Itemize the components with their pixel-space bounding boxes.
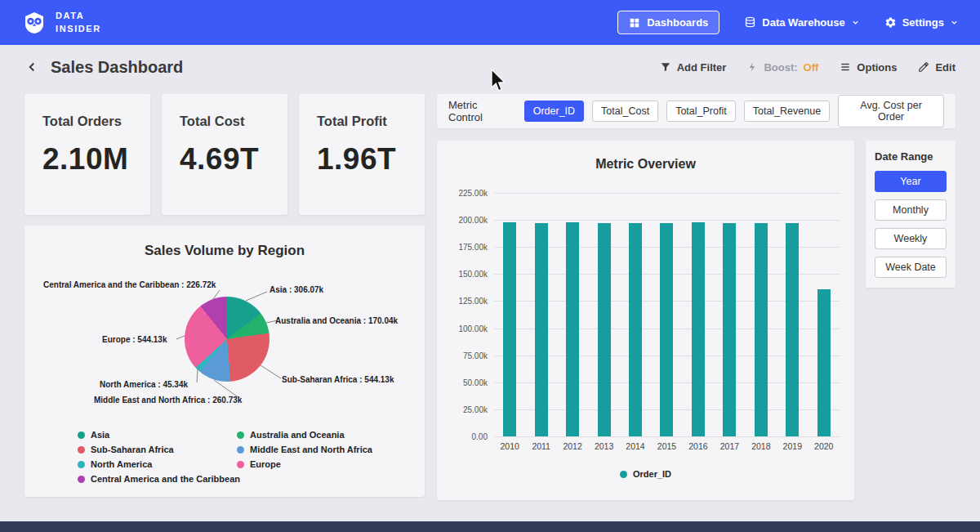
legend-dot xyxy=(237,461,244,468)
legend-dot xyxy=(237,431,244,439)
pie[interactable] xyxy=(185,297,270,382)
metric-control-bar: Metric Control Order_ID Total_Cost Total… xyxy=(437,94,956,128)
nav-dashboards-label: Dashboards xyxy=(647,16,708,29)
legend-item-australia-oceania[interactable]: Australia and Oceania xyxy=(237,430,372,440)
metric-chip-order-id[interactable]: Order_ID xyxy=(524,101,584,122)
options-button[interactable]: Options xyxy=(840,61,897,74)
y-axis-label: 150.00k xyxy=(458,270,488,279)
kpi-card-total-orders: Total Orders 2.10M xyxy=(24,94,150,215)
chart-row: Metric Overview 225.00k200.00k175.00k150… xyxy=(437,141,956,500)
legend-dot xyxy=(620,471,627,478)
add-filter-button[interactable]: Add Filter xyxy=(660,61,727,74)
legend-dot xyxy=(78,431,85,439)
pie-chart-area: Asia : 306.07k Australia and Oceania : 1… xyxy=(37,272,412,423)
owl-logo-icon xyxy=(21,10,47,36)
pie-legend-column-2: Australia and Oceania Middle East and No… xyxy=(237,430,372,484)
legend-item-mena[interactable]: Middle East and North Africa xyxy=(237,445,372,454)
boost-label: Boost: xyxy=(764,61,797,74)
plot-area xyxy=(494,193,840,436)
kpi-value: 2.10M xyxy=(42,142,132,177)
bar-2010[interactable] xyxy=(497,193,522,436)
legend-label: Europe xyxy=(250,459,281,469)
bar-2014[interactable] xyxy=(623,193,648,436)
legend-dot xyxy=(78,476,85,483)
pie-callout-central-america: Central America and the Caribbean : 226.… xyxy=(43,280,216,289)
metric-chip-avg-cost-per-order[interactable]: Avg. Cost per Order xyxy=(838,95,944,127)
legend-item-sub-saharan-africa[interactable]: Sub-Saharan Africa xyxy=(78,445,237,454)
pencil-icon xyxy=(918,61,929,73)
database-icon xyxy=(744,16,756,29)
nav-settings[interactable]: Settings xyxy=(884,16,959,29)
legend-dot xyxy=(78,446,85,454)
boost-lightning-icon xyxy=(747,61,758,73)
kpi-card-total-profit: Total Profit 1.96T xyxy=(299,94,425,215)
date-range-weekly-button[interactable]: Weekly xyxy=(875,228,947,249)
edit-button[interactable]: Edit xyxy=(918,61,956,74)
x-axis-label: 2012 xyxy=(560,441,585,451)
back-button[interactable] xyxy=(24,60,39,74)
pie-callout-mena: Middle East and North Africa : 260.73k xyxy=(94,396,242,405)
metric-chip-total-profit[interactable]: Total_Profit xyxy=(666,101,736,122)
bar-2011[interactable] xyxy=(529,193,554,436)
pie-callout-sub-saharan-africa: Sub-Saharan Africa : 544.13k xyxy=(282,375,394,384)
kpi-row: Total Orders 2.10M Total Cost 4.69T Tota… xyxy=(24,94,425,215)
date-range-monthly-button[interactable]: Monthly xyxy=(875,199,947,221)
legend-label: Asia xyxy=(91,430,109,440)
kpi-card-total-cost: Total Cost 4.69T xyxy=(162,94,287,215)
legend-item-europe[interactable]: Europe xyxy=(237,459,372,469)
bar-2013[interactable] xyxy=(592,193,617,436)
kpi-value: 4.69T xyxy=(180,142,270,177)
legend-item-central-america[interactable]: Central America and the Caribbean xyxy=(78,474,237,484)
boost-toggle[interactable]: Boost: Off xyxy=(747,61,818,74)
bar-2016[interactable] xyxy=(686,193,710,436)
bar-chart-legend[interactable]: Order_ID xyxy=(452,469,840,479)
x-axis-label: 2011 xyxy=(529,441,554,451)
bottom-bar xyxy=(0,521,980,532)
pie-chart-card: Sales Volume by Region Asia : 306.07k Au… xyxy=(24,226,425,497)
x-axis-label: 2013 xyxy=(592,441,617,451)
legend-dot xyxy=(78,461,85,468)
date-range-week-date-button[interactable]: Week Date xyxy=(875,257,947,278)
chevron-down-icon xyxy=(950,18,959,27)
boost-state: Off xyxy=(804,61,819,74)
dashboard-toolbar: Sales Dashboard Add Filter Boost: Off Op… xyxy=(0,45,980,89)
brand-line1: DATA xyxy=(56,10,101,22)
bar-plot xyxy=(494,193,840,436)
x-axis-label: 2020 xyxy=(812,441,836,451)
bar-chart-body: 225.00k200.00k175.00k150.00k125.00k100.0… xyxy=(452,193,840,436)
legend-item-north-america[interactable]: North America xyxy=(78,459,237,469)
metric-chip-total-cost[interactable]: Total_Cost xyxy=(592,101,658,122)
dashboards-grid-icon xyxy=(629,17,640,29)
kpi-label: Total Cost xyxy=(180,114,270,129)
legend-label: Central America and the Caribbean xyxy=(91,474,240,484)
left-column: Total Orders 2.10M Total Cost 4.69T Tota… xyxy=(24,94,425,500)
legend-label: North America xyxy=(91,459,152,469)
nav-data-warehouse[interactable]: Data Warehouse xyxy=(744,16,859,29)
bar-2018[interactable] xyxy=(749,193,773,436)
bar-2015[interactable] xyxy=(654,193,679,436)
page-title: Sales Dashboard xyxy=(51,58,183,77)
bar-2020[interactable] xyxy=(812,193,836,436)
nav-dashboards[interactable]: Dashboards xyxy=(617,11,719,34)
legend-dot xyxy=(237,446,244,454)
pie-callout-north-america: North America : 45.34k xyxy=(100,380,188,389)
right-column: Metric Control Order_ID Total_Cost Total… xyxy=(437,94,956,500)
toolbar-actions: Add Filter Boost: Off Options Edit xyxy=(660,61,956,74)
date-range-year-button[interactable]: Year xyxy=(875,171,947,192)
chevron-down-icon xyxy=(851,18,860,27)
metric-chip-total-revenue[interactable]: Total_Revenue xyxy=(744,101,830,122)
bar-2017[interactable] xyxy=(717,193,742,436)
y-axis-label: 100.00k xyxy=(458,324,488,333)
add-filter-label: Add Filter xyxy=(677,61,727,74)
back-chevron-icon xyxy=(24,60,39,74)
metric-control-label: Metric Control xyxy=(448,99,513,123)
bar-2012[interactable] xyxy=(560,193,585,436)
pie-legend: Asia Sub-Saharan Africa North America Ce… xyxy=(37,430,412,484)
x-axis-label: 2018 xyxy=(749,441,773,451)
y-axis-label: 175.00k xyxy=(458,243,488,252)
legend-item-asia[interactable]: Asia xyxy=(78,430,237,440)
bar-2019[interactable] xyxy=(780,193,804,436)
pie-callout-asia: Asia : 306.07k xyxy=(270,285,323,294)
kpi-value: 1.96T xyxy=(317,142,407,177)
brand-line2: INSIDER xyxy=(56,23,101,35)
